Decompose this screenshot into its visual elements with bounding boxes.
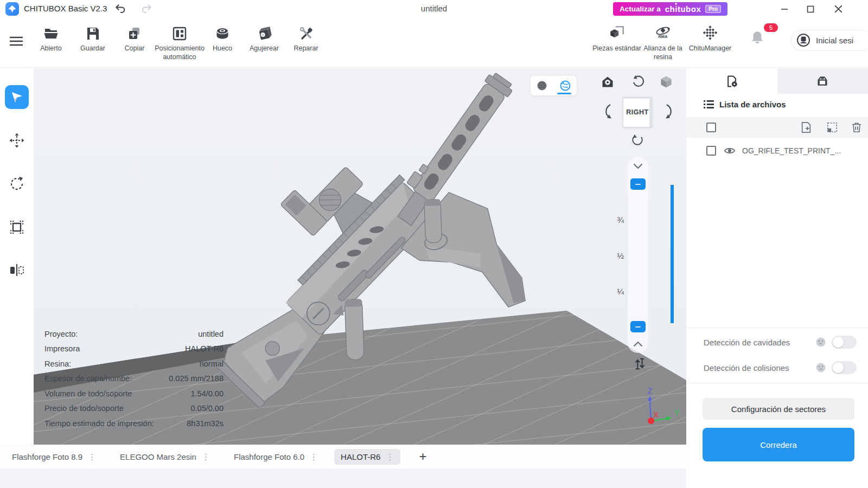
drill-hole-icon <box>256 22 273 42</box>
render-mode-toggle[interactable] <box>531 76 577 95</box>
folder-open-icon <box>42 22 60 42</box>
main-toolbar: Abierto Guardar Copiar Posicionamiento a… <box>0 18 868 68</box>
printer-tab-bar: Flashforge Foto 8.9 ⋮ ELEGOO Mars 2esin … <box>0 445 686 468</box>
visibility-eye-icon[interactable] <box>724 146 736 155</box>
repair-icon <box>297 22 315 42</box>
orbit-right-button[interactable] <box>659 102 677 121</box>
printer-tab-flashforge-60[interactable]: Flashforge Foto 6.0 ⋮ <box>234 452 318 461</box>
select-tool-button[interactable] <box>5 85 29 109</box>
minimize-button[interactable] <box>775 2 794 16</box>
info-row: Resina:normal <box>44 356 224 371</box>
rotate-icon <box>9 176 25 192</box>
bottom-strip <box>0 468 686 488</box>
resin-alliance-button[interactable]: RMA Alianza de la resina <box>639 22 687 61</box>
move-icon <box>9 132 25 149</box>
file-checkbox[interactable] <box>706 146 716 156</box>
notification-count-badge: 5 <box>764 23 778 32</box>
copy-button[interactable]: Copiar <box>110 22 159 53</box>
tab-menu-icon[interactable]: ⋮ <box>386 453 394 461</box>
cavity-detection-toggle[interactable] <box>832 336 857 349</box>
move-tool-button[interactable] <box>9 132 25 149</box>
view-cube[interactable]: RIGHT <box>623 97 652 127</box>
upgrade-pro-button[interactable]: Actualizar a ✦chitubox Pro <box>613 2 727 16</box>
info-row: Volumen de todo/soporte1.54/0.00 <box>44 386 224 401</box>
cavity-detection-label: Detección de cavidades <box>704 338 812 347</box>
info-row: Espesor de capa/numbe:0.025 mm/2188 <box>44 371 224 387</box>
slider-bottom-handle[interactable] <box>630 321 646 332</box>
perspective-cube-button[interactable] <box>657 73 675 91</box>
file-list-title: Lista de archivos <box>719 100 786 109</box>
slider-track[interactable] <box>671 185 674 323</box>
list-icon <box>704 100 714 109</box>
file-row[interactable]: OG_RIFLE_TEST_PRINT_... <box>686 141 868 160</box>
close-button[interactable] <box>829 2 847 16</box>
chitumanager-button[interactable]: ChituManager <box>686 22 735 53</box>
scale-tool-button[interactable] <box>9 219 25 235</box>
slider-mark-quarter: ¼ <box>608 287 624 296</box>
bell-icon <box>749 29 766 47</box>
printer-tab-halot-r6[interactable]: HALOT-R6 ⋮ <box>334 449 400 465</box>
avatar-icon <box>796 33 811 48</box>
collision-detection-label: Detección de colisiones <box>704 363 812 373</box>
rotate-view-cw-button[interactable] <box>628 131 647 150</box>
repair-button[interactable]: Reparar <box>282 22 330 53</box>
standard-parts-button[interactable]: Piezas estándar <box>592 22 641 53</box>
tab-printer-settings[interactable] <box>777 68 868 94</box>
slider-mark-half: ½ <box>608 251 624 260</box>
svg-text:X: X <box>653 410 659 419</box>
collision-status-face-icon <box>815 362 826 373</box>
mirror-tool-button[interactable] <box>9 262 25 278</box>
tool-sidebar <box>0 68 34 445</box>
save-icon <box>85 22 101 42</box>
active-mode-underline <box>557 93 571 94</box>
cursor-icon <box>10 90 24 104</box>
sector-config-button[interactable]: Configuración de sectores <box>703 398 854 420</box>
printer-tab-flashforge-89[interactable]: Flashforge Foto 8.9 ⋮ <box>12 452 96 461</box>
document-title: untitled <box>0 4 868 13</box>
orbit-left-button[interactable] <box>600 102 618 121</box>
title-bar: CHITUBOX Basic V2.3 untitled Actualizar … <box>0 0 868 18</box>
auto-layout-icon <box>171 22 188 42</box>
xray-sphere-icon[interactable] <box>559 80 571 92</box>
svg-text:Z: Z <box>648 387 653 395</box>
login-button[interactable]: Inicial sesi <box>791 30 868 50</box>
file-settings-icon <box>725 74 738 88</box>
collision-detection-row: Detección de colisiones <box>704 359 861 376</box>
slice-button[interactable]: Corredera <box>703 428 854 461</box>
tab-menu-icon[interactable]: ⋮ <box>202 453 210 461</box>
slider-down-chevron[interactable] <box>631 339 644 348</box>
slider-mark-3q: ¾ <box>608 215 624 224</box>
scale-icon <box>9 219 25 235</box>
slider-up-chevron[interactable] <box>631 162 644 170</box>
viewport-3d[interactable]: Z Y X RIGHT <box>34 68 686 445</box>
right-panel: Lista de archivos OG_RIFLE_TEST_PRINT_..… <box>686 68 868 488</box>
info-row: Proyecto:untitled <box>44 326 224 342</box>
chitumanager-icon <box>701 22 719 42</box>
maximize-button[interactable] <box>801 2 820 16</box>
tab-file-settings[interactable] <box>686 68 777 94</box>
svg-text:RMA: RMA <box>658 34 668 39</box>
notifications-button[interactable]: 5 <box>749 29 773 56</box>
rotate-view-ccw-button[interactable] <box>628 73 647 91</box>
slider-top-handle[interactable] <box>630 178 646 190</box>
solid-sphere-icon[interactable] <box>536 80 548 92</box>
add-file-button[interactable] <box>800 121 812 133</box>
svg-text:Y: Y <box>674 408 680 417</box>
select-all-checkbox[interactable] <box>706 123 716 132</box>
mirror-icon <box>9 262 25 278</box>
upgrade-label: Actualizar a <box>620 5 661 13</box>
collision-detection-toggle[interactable] <box>832 361 857 374</box>
printer-tab-elegoo-mars[interactable]: ELEGOO Mars 2esin ⋮ <box>120 452 210 461</box>
print-info-panel: Proyecto:untitled ImpresoraHALOT-R6 Resi… <box>44 326 224 431</box>
flip-z-button[interactable] <box>630 355 649 373</box>
tab-menu-icon[interactable]: ⋮ <box>88 453 96 461</box>
add-printer-button[interactable]: + <box>419 450 426 463</box>
delete-button[interactable] <box>851 121 863 133</box>
printer-icon <box>815 75 829 88</box>
tab-menu-icon[interactable]: ⋮ <box>310 453 318 461</box>
home-view-button[interactable] <box>598 73 617 91</box>
menu-button[interactable] <box>8 33 25 49</box>
divider <box>686 328 868 328</box>
duplicate-plate-button[interactable] <box>826 121 838 133</box>
rotate-tool-button[interactable] <box>9 176 25 192</box>
